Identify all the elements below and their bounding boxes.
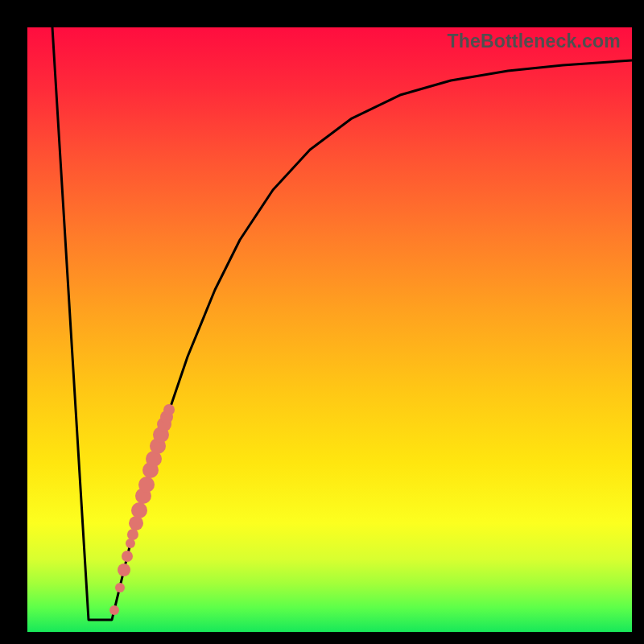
data-point xyxy=(115,583,125,592)
bottleneck-curve xyxy=(52,27,632,620)
data-point xyxy=(109,605,119,615)
data-point xyxy=(122,551,133,562)
plot-area: TheBottleneck.com xyxy=(27,27,632,632)
data-point xyxy=(131,502,147,518)
curve-layer xyxy=(27,27,632,632)
data-point xyxy=(163,404,175,415)
data-point xyxy=(138,477,155,493)
scatter-points xyxy=(109,404,175,615)
chart-frame: TheBottleneck.com xyxy=(0,0,644,644)
data-point xyxy=(127,529,138,540)
data-point xyxy=(118,564,130,576)
